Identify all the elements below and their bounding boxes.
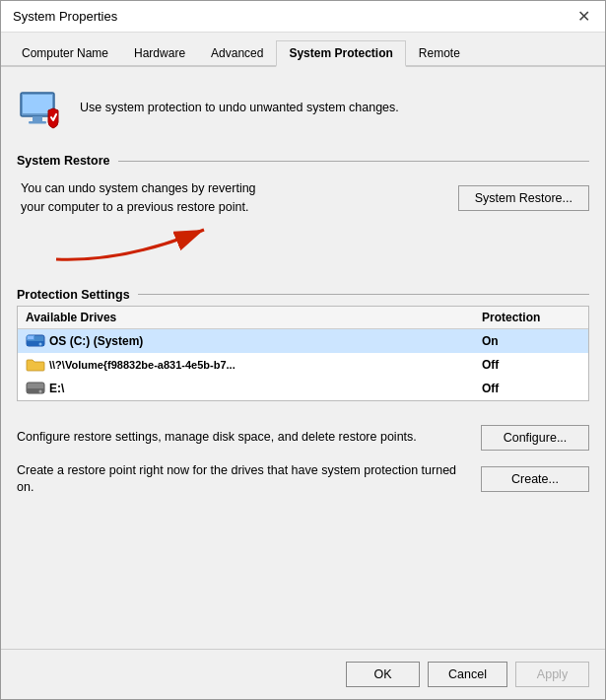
protection-settings-title: Protection Settings bbox=[17, 288, 130, 302]
folder-icon bbox=[26, 357, 45, 373]
svg-point-7 bbox=[39, 342, 42, 345]
hdd-icon bbox=[26, 333, 45, 349]
svg-rect-3 bbox=[29, 121, 46, 124]
svg-point-12 bbox=[39, 389, 42, 392]
bottom-actions: Configure restore settings, manage disk … bbox=[17, 415, 589, 497]
close-button[interactable]: ✕ bbox=[570, 3, 597, 31]
table-header: Available Drives Protection bbox=[18, 307, 588, 329]
svg-rect-9 bbox=[28, 336, 34, 339]
tab-bar: Computer Name Hardware Advanced System P… bbox=[1, 33, 605, 67]
system-restore-button[interactable]: System Restore... bbox=[458, 185, 589, 211]
tab-advanced[interactable]: Advanced bbox=[198, 40, 276, 67]
drive-name: E:\ bbox=[49, 382, 482, 395]
table-row[interactable]: \\?\Volume{f98832be-a831-4e5b-b7... Off bbox=[18, 353, 588, 377]
create-description: Create a restore point right now for the… bbox=[17, 462, 469, 497]
drive-protection: Off bbox=[482, 358, 580, 372]
create-button[interactable]: Create... bbox=[481, 466, 589, 492]
drive-protection: Off bbox=[482, 382, 580, 395]
system-restore-header: System Restore bbox=[17, 154, 589, 168]
table-row[interactable]: E:\ Off bbox=[18, 377, 588, 400]
col-protection-header: Protection bbox=[482, 311, 580, 324]
table-row[interactable]: OS (C:) (System) On bbox=[18, 329, 588, 353]
ok-button[interactable]: OK bbox=[346, 662, 420, 687]
drive-name: \\?\Volume{f98832be-a831-4e5b-b7... bbox=[49, 359, 482, 371]
arrow-annotation bbox=[17, 225, 589, 274]
protection-settings-header: Protection Settings bbox=[17, 288, 589, 302]
system-restore-section: System Restore You can undo system chang… bbox=[17, 154, 589, 274]
title-bar: System Properties ✕ bbox=[1, 1, 605, 33]
arrow-icon bbox=[46, 215, 263, 269]
system-protection-icon bbox=[17, 83, 68, 134]
create-row: Create a restore point right now for the… bbox=[17, 462, 589, 497]
dialog-footer: OK Cancel Apply bbox=[1, 649, 605, 699]
drive-name: OS (C:) (System) bbox=[49, 334, 482, 348]
tab-hardware[interactable]: Hardware bbox=[121, 40, 198, 67]
system-restore-title: System Restore bbox=[17, 154, 110, 168]
configure-row: Configure restore settings, manage disk … bbox=[17, 425, 589, 451]
tab-system-protection[interactable]: System Protection bbox=[276, 40, 405, 67]
drive-protection: On bbox=[482, 334, 580, 348]
system-restore-description: You can undo system changes by reverting… bbox=[21, 179, 256, 217]
section-divider bbox=[118, 161, 590, 162]
col-drive-header: Available Drives bbox=[26, 311, 482, 324]
hdd-small-icon bbox=[26, 381, 45, 396]
drives-table: Available Drives Protection OS (C:) (Sys… bbox=[17, 306, 589, 401]
header-section: Use system protection to undo unwanted s… bbox=[17, 83, 589, 140]
svg-rect-2 bbox=[33, 116, 42, 121]
configure-description: Configure restore settings, manage disk … bbox=[17, 429, 469, 447]
header-description: Use system protection to undo unwanted s… bbox=[80, 100, 399, 117]
protection-settings-section: Protection Settings Available Drives Pro… bbox=[17, 288, 589, 401]
section-divider-2 bbox=[138, 294, 589, 295]
tab-remote[interactable]: Remote bbox=[406, 40, 473, 67]
system-properties-window: System Properties ✕ Computer Name Hardwa… bbox=[0, 0, 606, 700]
window-title: System Properties bbox=[13, 9, 117, 24]
cancel-button[interactable]: Cancel bbox=[428, 662, 507, 687]
tab-computer-name[interactable]: Computer Name bbox=[9, 40, 121, 67]
configure-button[interactable]: Configure... bbox=[481, 425, 589, 451]
tab-content: Use system protection to undo unwanted s… bbox=[1, 67, 605, 649]
apply-button[interactable]: Apply bbox=[515, 662, 589, 687]
